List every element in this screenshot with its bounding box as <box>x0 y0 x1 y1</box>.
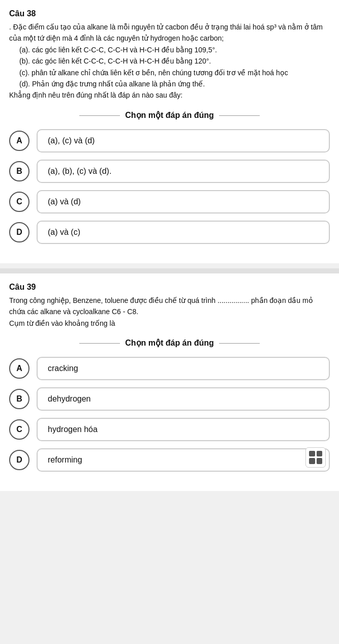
q39-answer-row-b[interactable]: B dehydrogen <box>9 387 330 411</box>
q39-body: Trong công nghiệp, Benzene, toluene được… <box>9 295 330 329</box>
q39-letter-b[interactable]: B <box>9 389 29 409</box>
q39-choose-label: Chọn một đáp án đúng <box>9 338 330 348</box>
q38-letter-d[interactable]: D <box>9 222 29 242</box>
q39-answer-a[interactable]: cracking <box>37 357 330 380</box>
q38-answer-c[interactable]: (a) và (d) <box>37 190 330 213</box>
q38-item-d: (d). Phản ứng đặc trưng nhất của alkane … <box>19 78 330 89</box>
q39-intro: Trong công nghiệp, Benzene, toluene được… <box>9 296 313 316</box>
grid-icon[interactable] <box>305 447 326 468</box>
q39-answer-b[interactable]: dehydrogen <box>37 387 330 411</box>
q38-note: Khẳng định nêu trên đúng nhất là đáp án … <box>9 91 182 99</box>
q38-intro: . Đặc điểm cấu tạo của alkane là mỗi ngu… <box>9 23 323 42</box>
q39-answer-c[interactable]: hydrogen hóa <box>37 418 330 441</box>
q38-choose-label: Chọn một đáp án đúng <box>9 110 330 120</box>
question-39-section: Câu 39 Trong công nghiệp, Benzene, tolue… <box>0 273 339 491</box>
q38-title: Câu 38 <box>9 9 330 18</box>
q38-answer-row-b[interactable]: B (a), (b), (c) và (d). <box>9 160 330 183</box>
q39-title: Câu 39 <box>9 283 330 292</box>
q39-answer-row-a[interactable]: A cracking <box>9 357 330 380</box>
q39-letter-a[interactable]: A <box>9 358 29 379</box>
q38-answer-row-d[interactable]: D (a) và (c) <box>9 221 330 244</box>
q38-item-c: (c). phân tử alkane chỉ chứa liên kết σ … <box>19 67 330 78</box>
grid-cell-4 <box>317 458 323 464</box>
q38-body: . Đặc điểm cấu tạo của alkane là mỗi ngu… <box>9 21 330 101</box>
question-38-section: Câu 38 . Đặc điểm cấu tạo của alkane là … <box>0 0 339 263</box>
q39-letter-d[interactable]: D <box>9 450 29 470</box>
q39-answer-d[interactable]: reforming <box>37 448 330 472</box>
q38-answer-a[interactable]: (a), (c) và (d) <box>37 129 330 152</box>
q38-answer-row-a[interactable]: A (a), (c) và (d) <box>9 129 330 152</box>
q38-item-a: (a). các góc liên kết C-C-C, C-C-H và H-… <box>19 44 330 55</box>
grid-cell-2 <box>317 451 323 457</box>
q39-answer-row-c[interactable]: C hydrogen hóa <box>9 418 330 441</box>
q39-answer-row-d[interactable]: D reforming <box>9 448 330 472</box>
q38-answer-row-c[interactable]: C (a) và (d) <box>9 190 330 213</box>
q38-answer-b[interactable]: (a), (b), (c) và (d). <box>37 160 330 183</box>
grid-cell-3 <box>309 458 315 464</box>
q39-letter-c[interactable]: C <box>9 419 29 440</box>
q38-letter-b[interactable]: B <box>9 161 29 181</box>
grid-cell-1 <box>309 451 315 457</box>
q38-letter-a[interactable]: A <box>9 131 29 151</box>
q38-letter-c[interactable]: C <box>9 192 29 212</box>
q38-item-b: (b). các góc liên kết C-C-C, C-C-H và H-… <box>19 55 330 67</box>
q38-answer-d[interactable]: (a) và (c) <box>37 221 330 244</box>
q39-answer-row-c-wrapper: C hydrogen hóa <box>9 418 330 441</box>
section-separator <box>0 268 339 273</box>
q39-note: Cụm từ điền vào khoảng trống là <box>9 319 115 327</box>
